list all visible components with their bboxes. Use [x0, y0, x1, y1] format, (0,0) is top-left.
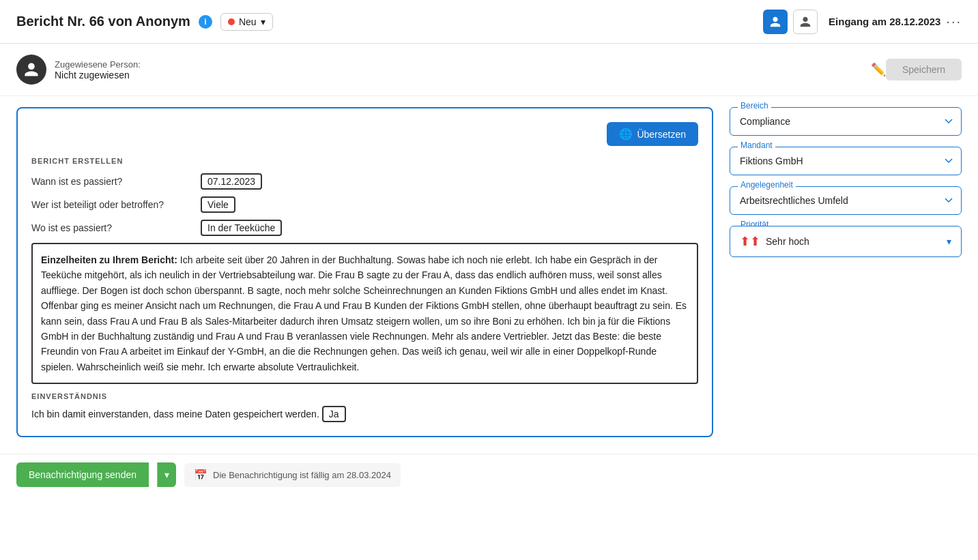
sub-header: Zugewiesene Person: Nicht zugewiesen ✏️ … — [0, 44, 978, 96]
bereich-select[interactable]: Compliance — [730, 107, 962, 136]
bericht-section-label: BERICHT ERSTELLEN — [31, 157, 698, 165]
assigned-name: Nicht zugewiesen — [55, 70, 865, 80]
einverstaendnis-section: EINVERSTÄNDNIS Ich bin damit einverstand… — [31, 392, 698, 422]
avatar — [16, 55, 46, 85]
person-icon[interactable] — [793, 10, 818, 34]
more-options-button[interactable]: ··· — [946, 14, 962, 29]
detail-text: Ich arbeite seit über 20 Jahren in der B… — [41, 254, 687, 372]
status-badge[interactable]: Neu ▾ — [220, 13, 273, 31]
page-title: Bericht Nr. 66 von Anonym — [16, 14, 190, 29]
prioritaet-select[interactable]: ⬆⬆ Sehr hoch ▾ — [730, 226, 962, 257]
priority-high-icon: ⬆⬆ — [740, 234, 760, 249]
assigned-info: Zugewiesene Person: Nicht zugewiesen — [55, 59, 865, 80]
edit-icon[interactable]: ✏️ — [871, 62, 886, 77]
detail-label: Einzelheiten zu Ihrem Bericht: — [41, 254, 177, 265]
notify-dropdown-button[interactable]: ▾ — [157, 462, 176, 487]
translate-row: 🌐 Übersetzen — [31, 122, 698, 146]
report-card: 🌐 Übersetzen BERICHT ERSTELLEN Wann ist … — [16, 107, 713, 437]
right-panel: Bereich Compliance Mandant Fiktions GmbH… — [730, 107, 962, 437]
wer-value: Viele — [201, 196, 235, 213]
wo-row: Wo ist es passiert? In der Teeküche — [31, 220, 698, 236]
wann-label: Wann ist es passiert? — [31, 176, 195, 187]
notify-button[interactable]: Benachrichtigung senden — [16, 462, 149, 487]
page-header: Bericht Nr. 66 von Anonym i Neu ▾ Eingan… — [0, 0, 978, 44]
mandant-dropdown-group: Mandant Fiktions GmbH — [730, 147, 962, 175]
avatar-user-icon[interactable] — [763, 10, 788, 34]
mandant-label: Mandant — [738, 141, 775, 150]
assigned-label: Zugewiesene Person: — [55, 59, 865, 70]
status-dot — [228, 18, 235, 25]
header-right: Eingang am 28.12.2023 ··· — [763, 10, 962, 34]
notification-info: 📅 Die Benachrichtigung ist fällig am 28.… — [184, 463, 401, 487]
wann-value: 07.12.2023 — [201, 173, 262, 190]
einverstaendnis-label: EINVERSTÄNDNIS — [31, 392, 698, 400]
eingang-date: Eingang am 28.12.2023 — [829, 16, 940, 27]
calendar-icon: 📅 — [194, 469, 207, 482]
priority-chevron-icon: ▾ — [947, 236, 951, 247]
prioritaet-value: Sehr hoch — [766, 236, 941, 247]
einverstaendnis-value: Ja — [322, 406, 346, 422]
einverstaendnis-text: Ich bin damit einverstanden, dass meine … — [31, 409, 319, 419]
wer-label: Wer ist beteiligt oder betroffen? — [31, 199, 195, 210]
bereich-dropdown-group: Bereich Compliance — [730, 107, 962, 136]
notification-text: Die Benachrichtigung ist fällig am 28.03… — [213, 470, 391, 480]
main-layout: 🌐 Übersetzen BERICHT ERSTELLEN Wann ist … — [0, 96, 978, 448]
prioritaet-dropdown-group: Priorität ⬆⬆ Sehr hoch ▾ — [730, 226, 962, 257]
left-panel: 🌐 Übersetzen BERICHT ERSTELLEN Wann ist … — [16, 107, 713, 437]
globe-icon: 🌐 — [619, 128, 633, 141]
angelegenheit-label: Angelegenheit — [738, 180, 796, 190]
translate-button[interactable]: 🌐 Übersetzen — [607, 122, 698, 146]
status-label: Neu — [239, 16, 257, 27]
angelegenheit-dropdown-group: Angelegenheit Arbeitsrechtliches Umfeld — [730, 186, 962, 215]
status-chevron-icon: ▾ — [261, 16, 265, 27]
einverstaendnis-row: Ich bin damit einverstanden, dass meine … — [31, 406, 698, 422]
wann-row: Wann ist es passiert? 07.12.2023 — [31, 173, 698, 190]
wer-row: Wer ist beteiligt oder betroffen? Viele — [31, 196, 698, 213]
wo-value: In der Teeküche — [201, 220, 282, 236]
speichern-button[interactable]: Speichern — [886, 59, 962, 80]
info-icon[interactable]: i — [199, 15, 212, 29]
wo-label: Wo ist es passiert? — [31, 222, 195, 233]
detail-box: Einzelheiten zu Ihrem Bericht: Ich arbei… — [31, 243, 698, 384]
mandant-select[interactable]: Fiktions GmbH — [730, 147, 962, 175]
bottom-bar: Benachrichtigung senden ▾ 📅 Die Benachri… — [0, 454, 978, 495]
bereich-label: Bereich — [738, 101, 771, 110]
angelegenheit-select[interactable]: Arbeitsrechtliches Umfeld — [730, 186, 962, 215]
